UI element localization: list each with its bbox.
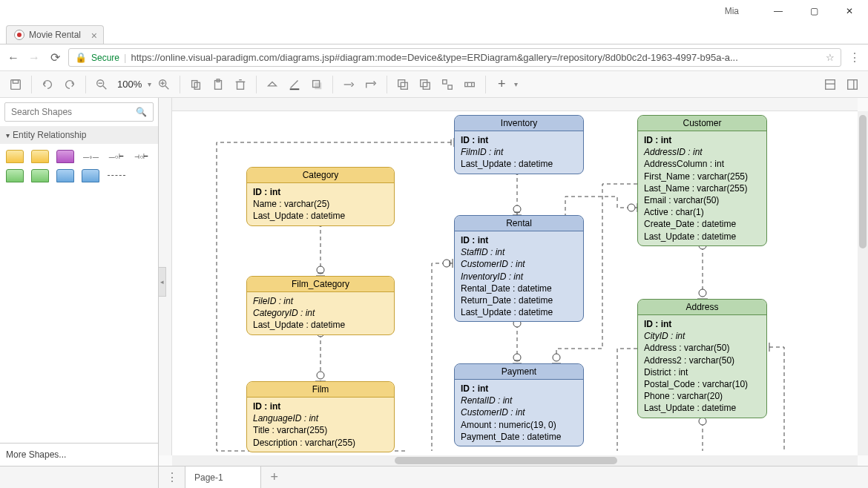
- sidebar-collapse-handle[interactable]: ◂: [159, 267, 166, 297]
- horizontal-scrollbar[interactable]: [172, 455, 858, 466]
- entity-film-category[interactable]: Film_Category FileID : intCategoryID : i…: [246, 276, 395, 335]
- relation-line-icon[interactable]: —⬨—: [82, 150, 99, 163]
- url-field[interactable]: 🔒 Secure | https://online.visual-paradig…: [68, 48, 841, 67]
- svg-rect-16: [290, 88, 300, 90]
- entity-body: ID : intName : varchar(25)Last_Update : …: [247, 183, 394, 225]
- svg-rect-20: [398, 79, 405, 86]
- redo-button[interactable]: [60, 75, 79, 94]
- lock-icon: 🔒: [75, 52, 87, 63]
- url-text: https://online.visual-paradigm.com/diagr…: [131, 52, 821, 63]
- svg-point-55: [443, 260, 450, 267]
- relation-line-icon[interactable]: —○⊢: [108, 150, 125, 163]
- search-shapes-field[interactable]: 🔍: [4, 102, 154, 122]
- entity-title: Address: [638, 300, 766, 315]
- entity-address[interactable]: Address ID : intCityID : intAddress : va…: [637, 299, 767, 418]
- tofront-button[interactable]: [393, 75, 412, 94]
- svg-rect-24: [443, 79, 447, 83]
- entity-body: ID : intAddressID : intAddressColumn : i…: [638, 131, 766, 245]
- tab-close-icon[interactable]: ×: [91, 30, 97, 42]
- page-tab[interactable]: Page-1: [185, 466, 261, 488]
- entity-rental[interactable]: Rental ID : intStaffID : intCustomerID :…: [454, 215, 584, 322]
- window-user: Mia: [7, 6, 754, 16]
- svg-rect-22: [424, 82, 430, 89]
- window-maximize-button[interactable]: ▢: [803, 6, 825, 16]
- diagram-canvas[interactable]: Inventory ID : intFilmID : intLast_Updat…: [172, 111, 858, 455]
- entity-shape-icon[interactable]: [6, 169, 24, 182]
- window-titlebar: Mia — ▢ ✕: [0, 0, 868, 22]
- svg-line-6: [165, 85, 169, 89]
- entity-body: ID : intLanguageID : intTitle : varchar(…: [247, 398, 394, 452]
- waypoint-button[interactable]: [361, 75, 381, 94]
- entity-title: Inventory: [455, 116, 583, 131]
- fill-button[interactable]: [263, 75, 282, 94]
- entity-title: Rental: [455, 216, 583, 231]
- stroke-button[interactable]: [285, 75, 304, 94]
- entity-shape-icon[interactable]: [56, 169, 74, 182]
- format-panel-toggle[interactable]: [843, 75, 862, 94]
- svg-rect-23: [421, 79, 427, 86]
- relation-line-icon[interactable]: [108, 175, 125, 177]
- svg-rect-13: [237, 82, 244, 89]
- toback-button[interactable]: [415, 75, 435, 94]
- canvas-wrap: ◂: [159, 98, 868, 466]
- svg-rect-18: [315, 82, 322, 89]
- entity-shape-icon[interactable]: [82, 169, 99, 182]
- entity-shape-icon[interactable]: [31, 169, 49, 182]
- svg-point-58: [628, 204, 635, 211]
- content-area: 🔍 ▾ Entity Relationship —⬨— —○⊢ ⊣○⊢ More…: [0, 98, 868, 466]
- ungroup-button[interactable]: [460, 75, 479, 94]
- group-button[interactable]: [438, 75, 457, 94]
- svg-point-47: [513, 205, 521, 213]
- entity-film[interactable]: Film ID : intLanguageID : intTitle : var…: [246, 381, 395, 452]
- reload-button[interactable]: ⟳: [47, 50, 62, 65]
- svg-point-65: [699, 289, 706, 297]
- save-button[interactable]: [6, 75, 25, 94]
- browser-tabbar: Movie Rental ×: [0, 22, 868, 44]
- page-menu-button[interactable]: ⋮: [159, 466, 185, 488]
- favicon-icon: [14, 30, 24, 40]
- entity-body: ID : intStaffID : intCustomerID : intInv…: [455, 231, 583, 321]
- outline-toggle[interactable]: [821, 75, 840, 94]
- copy-button[interactable]: [186, 75, 206, 94]
- zoom-out-button[interactable]: [92, 75, 111, 94]
- delete-button[interactable]: [231, 75, 250, 94]
- svg-rect-31: [848, 79, 858, 89]
- vertical-scrollbar[interactable]: [858, 111, 868, 455]
- svg-rect-29: [826, 79, 835, 89]
- paste-button[interactable]: [208, 75, 228, 94]
- browser-menu-icon[interactable]: ⋮: [847, 50, 862, 65]
- more-shapes-button[interactable]: More Shapes...: [0, 443, 158, 466]
- entity-body: ID : intRentalID : intCustomerID : intAm…: [455, 380, 583, 446]
- forward-button[interactable]: →: [27, 50, 42, 65]
- entity-category[interactable]: Category ID : intName : varchar(25)Last_…: [246, 167, 395, 226]
- entity-shape-icon[interactable]: [31, 150, 49, 163]
- svg-rect-26: [465, 82, 475, 86]
- palette-header[interactable]: ▾ Entity Relationship: [0, 126, 158, 144]
- browser-tab[interactable]: Movie Rental ×: [6, 25, 104, 44]
- window-minimize-button[interactable]: —: [767, 6, 789, 16]
- add-page-button[interactable]: +: [261, 466, 288, 488]
- entity-body: ID : intCityID : intAddress : varchar(50…: [638, 315, 766, 418]
- svg-rect-1: [13, 79, 18, 83]
- zoom-in-button[interactable]: [154, 75, 174, 94]
- browser-addressbar: ← → ⟳ 🔒 Secure | https://online.visual-p…: [0, 44, 868, 71]
- search-input[interactable]: [11, 107, 136, 117]
- entity-body: FileID : intCategoryID : intLast_Update …: [247, 292, 394, 334]
- add-button[interactable]: +: [492, 75, 511, 94]
- undo-button[interactable]: [38, 75, 57, 94]
- search-icon: 🔍: [136, 107, 147, 117]
- entity-shape-icon[interactable]: [6, 150, 24, 163]
- bookmark-icon[interactable]: ☆: [826, 52, 835, 63]
- entity-customer[interactable]: Customer ID : intAddressID : intAddressC…: [637, 115, 767, 246]
- svg-point-37: [317, 266, 324, 274]
- zoom-level[interactable]: 100%: [114, 79, 145, 90]
- entity-inventory[interactable]: Inventory ID : intFilmID : intLast_Updat…: [454, 115, 584, 174]
- entity-title: Customer: [638, 116, 766, 131]
- window-close-button[interactable]: ✕: [838, 6, 861, 16]
- back-button[interactable]: ←: [6, 50, 21, 65]
- connector-style-button[interactable]: [339, 75, 358, 94]
- entity-payment[interactable]: Payment ID : intRentalID : intCustomerID…: [454, 363, 584, 446]
- shadow-button[interactable]: [307, 75, 326, 94]
- relation-line-icon[interactable]: ⊣○⊢: [133, 150, 151, 163]
- entity-shape-icon[interactable]: [56, 150, 74, 163]
